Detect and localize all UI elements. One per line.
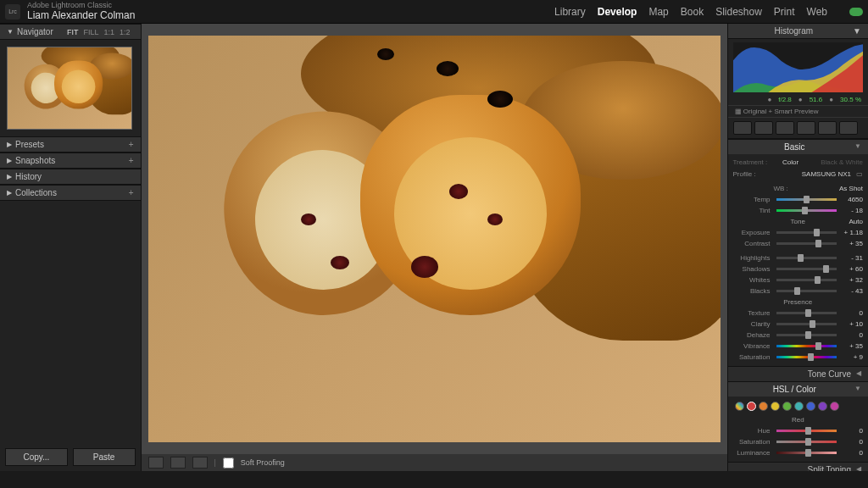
whites-slider[interactable] [776, 279, 837, 281]
module-develop[interactable]: Develop [598, 6, 637, 18]
temp-value[interactable]: 4650 [839, 196, 863, 203]
highlights-slider[interactable] [776, 257, 837, 259]
spot-tool-icon[interactable] [754, 121, 773, 135]
module-library[interactable]: Library [554, 6, 586, 18]
navigator-label: Navigator [17, 27, 53, 36]
saturation-slider[interactable] [776, 356, 837, 358]
zoom-1-1[interactable]: 1:1 [103, 28, 114, 36]
vibrance-value[interactable]: + 35 [839, 342, 863, 350]
treatment-bw[interactable]: Black & White [821, 158, 863, 166]
image-canvas[interactable] [148, 36, 721, 442]
tint-slider[interactable] [776, 209, 837, 212]
clarity-slider[interactable] [776, 323, 837, 325]
hsl-dot-orange[interactable] [759, 402, 768, 411]
contrast-slider[interactable] [776, 242, 837, 245]
soft-proofing-checkbox[interactable] [223, 458, 234, 469]
hsl-dot-magenta[interactable] [830, 402, 839, 411]
texture-slider[interactable] [776, 312, 837, 314]
blacks-slider[interactable] [776, 290, 837, 292]
hsl-dot-all[interactable] [735, 402, 744, 411]
redeye-tool-icon[interactable] [776, 121, 794, 135]
smart-preview-indicator: ▦ Original + Smart Preview [728, 105, 869, 118]
texture-value[interactable]: 0 [839, 309, 863, 317]
vibrance-slider[interactable] [776, 345, 837, 347]
dehaze-slider[interactable] [776, 334, 837, 336]
temp-label: Temp [733, 196, 774, 203]
histogram-header[interactable]: Histogram▼ [728, 24, 869, 39]
tint-value[interactable]: - 18 [839, 207, 863, 214]
presets-header[interactable]: ▶Presets+ [0, 136, 141, 152]
view-mode-loupe-icon[interactable] [148, 457, 164, 469]
gradient-tool-icon[interactable] [797, 121, 815, 135]
add-icon[interactable]: + [129, 140, 134, 149]
radial-tool-icon[interactable] [818, 121, 837, 135]
vibrance-label: Vibrance [733, 342, 774, 350]
contrast-value[interactable]: + 35 [839, 240, 863, 247]
module-slideshow[interactable]: Slideshow [715, 6, 762, 18]
app-logo-icon: Lrc [5, 4, 20, 19]
history-header[interactable]: ▶History [0, 169, 141, 185]
auto-tone-button[interactable]: Auto [849, 218, 863, 225]
zoom-1-2[interactable]: 1:2 [120, 28, 131, 36]
exposure-slider[interactable] [776, 231, 837, 234]
hue-value[interactable]: 0 [839, 427, 863, 435]
zoom-fill[interactable]: FILL [83, 28, 98, 36]
hsl-lum-label: Luminance [733, 449, 774, 457]
collections-header[interactable]: ▶Collections+ [0, 185, 141, 201]
profile-value[interactable]: SAMSUNG NX1 [802, 170, 851, 178]
saturation-value[interactable]: + 9 [839, 353, 863, 361]
hsl-dot-purple[interactable] [818, 402, 827, 411]
module-map[interactable]: Map [648, 6, 668, 18]
shadows-slider[interactable] [776, 268, 837, 270]
hsl-panel: Red Hue0 Saturation0 Luminance0 [728, 396, 869, 462]
paste-button[interactable]: Paste [73, 448, 136, 466]
snapshots-header[interactable]: ▶Snapshots+ [0, 152, 141, 169]
whites-value[interactable]: + 32 [839, 276, 863, 284]
left-panel: ▼ Navigator FIT FILL 1:1 1:2 ▶Presets+ ▶… [0, 24, 141, 471]
wb-value[interactable]: As Shot [839, 185, 863, 192]
blacks-value[interactable]: - 43 [839, 287, 863, 295]
cloud-sync-icon[interactable] [849, 8, 863, 16]
highlights-value[interactable]: - 31 [839, 254, 863, 262]
basic-panel-header[interactable]: Basic▼ [728, 139, 869, 154]
brush-tool-icon[interactable] [839, 121, 858, 135]
navigator-thumbnail[interactable] [7, 47, 132, 130]
exposure-value[interactable]: + 1.18 [839, 229, 863, 236]
crop-tool-icon[interactable] [733, 121, 752, 135]
contrast-label: Contrast [733, 240, 774, 247]
hue-slider[interactable] [776, 430, 837, 432]
hsl-dot-aqua[interactable] [794, 402, 804, 411]
hsl-sat-slider[interactable] [776, 441, 837, 443]
add-icon[interactable]: + [129, 188, 134, 197]
hsl-sat-value[interactable]: 0 [839, 438, 863, 446]
presence-heading: Presence [783, 298, 812, 306]
hsl-dot-yellow[interactable] [771, 402, 780, 411]
dehaze-label: Dehaze [733, 331, 774, 339]
top-bar: Lrc Adobe Lightroom Classic Liam Alexand… [0, 0, 868, 24]
navigator-header[interactable]: ▼ Navigator FIT FILL 1:1 1:2 [0, 24, 141, 40]
zoom-fit[interactable]: FIT [67, 28, 79, 36]
hsl-lum-slider[interactable] [776, 452, 837, 454]
right-panel: Histogram▼ ●f/2.8 ●51.6 ●30.5 % ▦ Origin… [728, 24, 869, 471]
hsl-dot-green[interactable] [782, 402, 792, 411]
copy-button[interactable]: Copy... [5, 448, 68, 466]
hsl-lum-value[interactable]: 0 [839, 449, 863, 457]
histogram-display[interactable] [733, 42, 864, 92]
hsl-dot-red[interactable] [747, 402, 756, 411]
view-mode-compare-icon[interactable] [192, 457, 208, 469]
module-book[interactable]: Book [681, 6, 704, 18]
tone-curve-header[interactable]: Tone Curve◀ [728, 366, 869, 381]
hsl-header[interactable]: HSL / Color▼ [728, 381, 869, 396]
split-toning-header[interactable]: Split Toning◀ [728, 462, 869, 471]
temp-slider[interactable] [776, 198, 837, 201]
hue-label: Hue [733, 427, 774, 435]
hsl-dot-blue[interactable] [806, 402, 815, 411]
module-web[interactable]: Web [807, 6, 827, 18]
view-mode-before-after-icon[interactable] [170, 457, 186, 469]
treatment-color[interactable]: Color [782, 158, 798, 166]
shadows-value[interactable]: + 60 [839, 265, 863, 273]
clarity-value[interactable]: + 10 [839, 320, 863, 328]
add-icon[interactable]: + [129, 156, 134, 165]
dehaze-value[interactable]: 0 [839, 331, 863, 339]
module-print[interactable]: Print [774, 6, 795, 18]
